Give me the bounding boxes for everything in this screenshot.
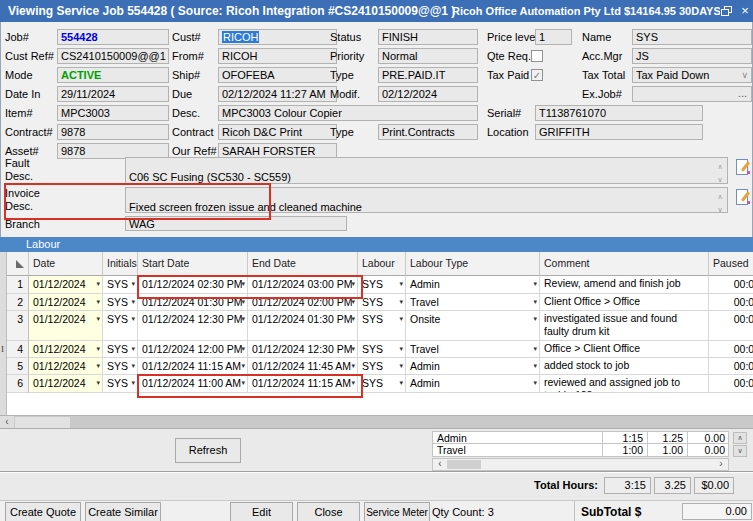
chevron-up-icon[interactable]: ∧ xyxy=(717,190,722,203)
tax-paid-checkbox[interactable]: ✓ xyxy=(531,69,543,81)
initials-cell[interactable]: SYS▾ xyxy=(103,358,138,375)
initials-cell[interactable]: SYS▾ xyxy=(103,294,138,311)
chevron-down-icon[interactable]: ▾ xyxy=(399,277,403,291)
hscrollbar-thumb[interactable] xyxy=(15,417,70,428)
start-date-cell[interactable]: 01/12/2024 12:00 PM▾ xyxy=(138,341,248,358)
labour-init-cell[interactable]: SYS▾ xyxy=(358,375,406,393)
end-date-cell[interactable]: 01/12/2024 03:00 PM▾ xyxy=(248,276,358,294)
ship-field[interactable]: OFOFEBA xyxy=(218,67,337,83)
item-field[interactable]: MPC3003 xyxy=(57,105,169,121)
chevron-down-icon[interactable]: ▾ xyxy=(351,277,355,291)
date-in-field[interactable]: 29/11/2024 xyxy=(57,86,169,102)
contract-field[interactable]: Ricoh D&C Print xyxy=(218,124,337,140)
chevron-down-icon[interactable]: ▾ xyxy=(351,342,355,356)
create-quote-button[interactable]: Create Quote xyxy=(5,502,81,521)
desc-field[interactable]: MPC3003 Colour Copier xyxy=(218,105,478,121)
column-header-start-date[interactable]: Start Date xyxy=(138,252,248,276)
chevron-down-icon[interactable]: ∨ xyxy=(717,203,722,213)
fault-desc-scrollbar[interactable]: ∧ ∨ xyxy=(714,159,726,182)
end-date-cell[interactable]: 01/12/2024 02:00 PM▾ xyxy=(248,294,358,311)
labour-type-cell[interactable]: Admin▾ xyxy=(406,276,540,294)
from-field[interactable]: RICOH xyxy=(218,48,337,64)
column-header-date[interactable]: Date xyxy=(29,252,103,276)
chevron-down-icon[interactable]: ▾ xyxy=(96,277,100,291)
row-number[interactable]: 1 xyxy=(7,276,29,294)
invoice-desc-textarea[interactable]: Fixed screen frozen issue and cleaned ma… xyxy=(125,187,728,213)
contract-type-field[interactable]: Print.Contracts xyxy=(378,124,478,140)
contract-number-field[interactable]: 9878 xyxy=(57,124,169,140)
paused-time-cell[interactable]: 00:00 xyxy=(709,294,753,311)
more-icon[interactable]: ... xyxy=(738,87,747,102)
date-cell[interactable]: 01/12/2024▾ xyxy=(29,358,103,375)
row-number[interactable]: 2 xyxy=(7,294,29,311)
due-field[interactable]: 02/12/2024 11:27 AM xyxy=(218,86,337,102)
service-meter-button[interactable]: Service Meter xyxy=(364,502,430,521)
location-field[interactable]: GRIFFITH xyxy=(535,124,703,140)
ex-job-field[interactable]: ... xyxy=(632,86,752,102)
summary-hscrollbar-thumb[interactable] xyxy=(447,460,481,469)
chevron-down-icon[interactable]: ▾ xyxy=(533,312,537,326)
comment-cell[interactable]: Review, amend and finish job xyxy=(540,276,709,294)
serial-field[interactable]: T1138761070 xyxy=(535,105,703,121)
column-header-comment[interactable]: Comment xyxy=(540,252,709,276)
close-icon[interactable]: × xyxy=(737,0,753,22)
type-field[interactable]: PRE.PAID.IT xyxy=(378,67,478,83)
chevron-down-icon[interactable]: ▾ xyxy=(241,376,245,390)
chevron-down-icon[interactable]: ▾ xyxy=(96,359,100,373)
start-date-cell[interactable]: 01/12/2024 12:30 PM▾ xyxy=(138,311,248,341)
start-date-cell[interactable]: 01/12/2024 01:30 PM▾ xyxy=(138,294,248,311)
end-date-cell[interactable]: 01/12/2024 11:45 AM▾ xyxy=(248,358,358,375)
chevron-down-icon[interactable]: ▾ xyxy=(131,277,135,291)
paused-time-cell[interactable]: 00:00 xyxy=(709,375,753,393)
date-cell[interactable]: 01/12/2024▾ xyxy=(29,341,103,358)
labour-type-cell[interactable]: Admin▾ xyxy=(406,375,540,393)
priority-field[interactable]: Normal xyxy=(378,48,478,64)
labour-init-cell[interactable]: SYS▾ xyxy=(358,311,406,341)
end-date-cell[interactable]: 01/12/2024 11:15 AM▾ xyxy=(248,375,358,393)
scroll-left-icon[interactable]: ‹ xyxy=(434,459,446,470)
chevron-down-icon[interactable]: ▾ xyxy=(131,376,135,390)
chevron-down-icon[interactable]: ▾ xyxy=(241,277,245,291)
comment-cell[interactable]: Client Office > Office xyxy=(540,294,709,311)
chevron-up-icon[interactable]: ∧ xyxy=(733,432,747,444)
comment-cell[interactable]: reviewed and assigned job to techie 123 xyxy=(540,375,709,393)
chevron-up-icon[interactable]: ∧ xyxy=(717,160,722,173)
chevron-down-icon[interactable]: ▾ xyxy=(533,359,537,373)
chevron-down-icon[interactable]: ▾ xyxy=(351,376,355,390)
labour-init-cell[interactable]: SYS▾ xyxy=(358,276,406,294)
labour-type-cell[interactable]: Onsite▾ xyxy=(406,311,540,341)
date-cell[interactable]: 01/12/2024▾ xyxy=(29,294,103,311)
mode-field[interactable]: ACTIVE xyxy=(57,67,169,83)
chevron-down-icon[interactable]: ▾ xyxy=(533,342,537,356)
chevron-down-icon[interactable]: ▾ xyxy=(399,376,403,390)
labour-hscrollbar[interactable]: ‹ xyxy=(0,415,753,428)
chevron-down-icon[interactable]: ▾ xyxy=(131,312,135,326)
acc-mgr-field[interactable]: JS xyxy=(632,48,752,64)
edit-button[interactable]: Edit xyxy=(230,502,293,521)
comment-cell[interactable]: investigated issue and found faulty drum… xyxy=(540,311,709,341)
chevron-down-icon[interactable]: ▾ xyxy=(533,295,537,309)
chevron-down-icon[interactable]: ▾ xyxy=(351,312,355,326)
initials-cell[interactable]: SYS▾ xyxy=(103,375,138,393)
comment-cell[interactable]: added stock to job xyxy=(540,358,709,375)
invoice-desc-scrollbar[interactable]: ∧ ∨ xyxy=(714,189,726,211)
job-field[interactable]: 554428 xyxy=(57,29,169,45)
edit-fault-desc-icon[interactable] xyxy=(736,158,751,175)
chevron-down-icon[interactable]: ▾ xyxy=(131,295,135,309)
labour-init-cell[interactable]: SYS▾ xyxy=(358,358,406,375)
chevron-down-icon[interactable]: ▾ xyxy=(533,376,537,390)
start-date-cell[interactable]: 01/12/2024 02:30 PM▾ xyxy=(138,276,248,294)
chevron-down-icon[interactable]: ▾ xyxy=(96,342,100,356)
column-header-labour-init[interactable]: Labour Init xyxy=(358,252,406,276)
cust-ref-field[interactable]: CS2410150009@@1 xyxy=(57,48,169,64)
row-number[interactable]: 6 xyxy=(7,375,29,393)
tax-total-select[interactable]: Tax Paid Down ∨ xyxy=(632,67,752,83)
close-button[interactable]: Close xyxy=(297,502,360,521)
start-date-cell[interactable]: 01/12/2024 11:15 AM▾ xyxy=(138,358,248,375)
paused-time-cell[interactable]: 00:00 xyxy=(709,358,753,375)
chevron-down-icon[interactable]: ▾ xyxy=(399,312,403,326)
refresh-button[interactable]: Refresh xyxy=(175,438,241,463)
chevron-down-icon[interactable]: ▾ xyxy=(399,342,403,356)
end-date-cell[interactable]: 01/12/2024 12:30 PM▾ xyxy=(248,341,358,358)
qte-req-checkbox[interactable] xyxy=(531,50,543,62)
